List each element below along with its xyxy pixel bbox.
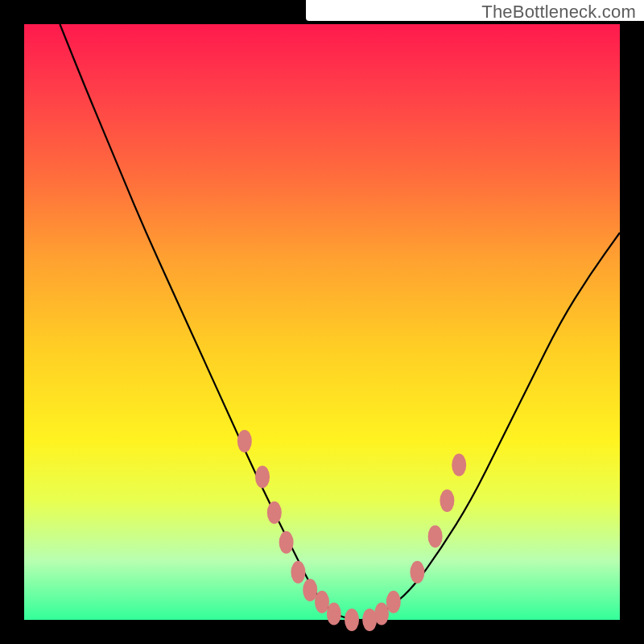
data-marker [440,489,454,512]
data-marker [255,465,270,488]
data-marker [428,525,443,547]
data-marker [452,454,466,477]
data-marker [374,603,389,625]
data-marker [410,561,424,584]
watermark-text: TheBottleneck.com [481,2,636,23]
data-marker [237,430,252,452]
data-marker [345,609,359,631]
data-marker [315,591,329,613]
curve-line [60,24,620,620]
data-marker [267,502,282,524]
data-marker [327,603,341,625]
data-marker [291,561,305,584]
chart-plot [24,24,620,620]
marker-group [237,430,466,631]
data-marker [386,591,401,613]
data-marker [279,531,294,554]
data-marker [303,579,317,601]
